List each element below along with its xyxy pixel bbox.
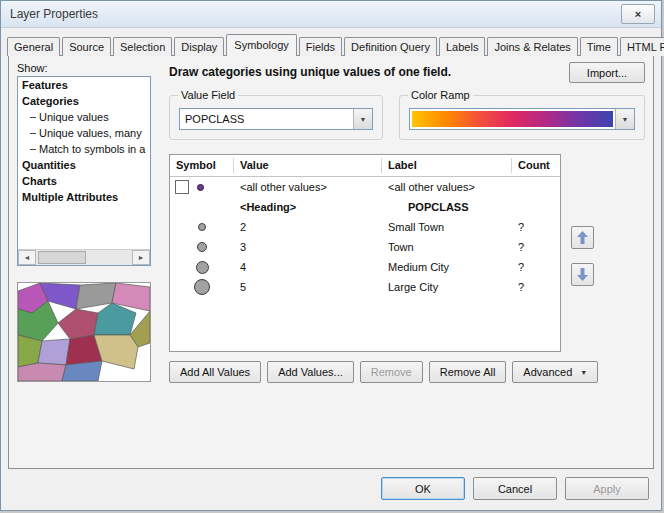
color-ramp-swatch xyxy=(412,111,613,127)
tab-source[interactable]: Source xyxy=(62,37,111,56)
show-item-match-symbols[interactable]: Match to symbols in a xyxy=(18,141,150,157)
map-preview xyxy=(17,282,151,382)
tab-time[interactable]: Time xyxy=(580,37,618,56)
tree-line xyxy=(30,149,36,150)
apply-button[interactable]: Apply xyxy=(565,477,649,500)
scrollbar-thumb[interactable] xyxy=(38,251,86,264)
tab-symbology[interactable]: Symbology xyxy=(226,34,296,56)
show-label: Show: xyxy=(17,62,159,74)
remove-all-button[interactable]: Remove All xyxy=(429,361,507,383)
scrollbar-track[interactable] xyxy=(36,250,132,265)
show-item-categories[interactable]: Categories xyxy=(18,93,150,109)
color-ramp-group: Color Ramp ▼ xyxy=(399,95,645,140)
arrow-up-icon xyxy=(577,231,588,244)
chevron-down-icon: ▼ xyxy=(580,369,587,376)
symbology-tab-page: Show: Features Categories Unique values … xyxy=(8,55,654,469)
header-count[interactable]: Count xyxy=(512,158,560,173)
close-icon: × xyxy=(635,9,641,20)
show-panel: Show: Features Categories Unique values … xyxy=(17,62,159,460)
value-field-label: Value Field xyxy=(178,89,238,101)
show-item-features[interactable]: Features xyxy=(18,77,150,93)
chevron-down-icon[interactable]: ▼ xyxy=(615,109,634,129)
table-row[interactable]: <all other values> <all other values> xyxy=(170,177,560,197)
show-item-quantities[interactable]: Quantities xyxy=(18,157,150,173)
tree-line xyxy=(30,117,36,118)
window-title: Layer Properties xyxy=(10,7,621,21)
show-item-unique-values[interactable]: Unique values xyxy=(18,109,150,125)
value-field-selected: POPCLASS xyxy=(180,109,353,129)
table-row[interactable]: 3 Town ? xyxy=(170,237,560,257)
symbol-dot-icon[interactable] xyxy=(198,223,206,231)
remove-button[interactable]: Remove xyxy=(360,361,423,383)
symbol-dot-icon[interactable] xyxy=(197,242,207,252)
show-item-charts[interactable]: Charts xyxy=(18,173,150,189)
scroll-left-icon[interactable]: ◄ xyxy=(18,250,36,265)
color-ramp-label: Color Ramp xyxy=(408,89,473,101)
table-row[interactable]: 4 Medium City ? xyxy=(170,257,560,277)
move-up-button[interactable] xyxy=(571,226,594,249)
method-description: Draw categories using unique values of o… xyxy=(169,62,569,79)
reorder-controls xyxy=(571,226,594,286)
map-preview-image xyxy=(18,283,150,381)
advanced-button[interactable]: Advanced ▼ xyxy=(512,361,598,383)
symbol-dot-icon[interactable] xyxy=(197,184,204,191)
tab-joins-relates[interactable]: Joins & Relates xyxy=(487,37,577,56)
close-button[interactable]: × xyxy=(621,4,655,24)
table-row[interactable]: 5 Large City ? xyxy=(170,277,560,297)
header-symbol[interactable]: Symbol xyxy=(170,158,234,173)
symbol-dot-icon[interactable] xyxy=(196,261,209,274)
value-actions: Add All Values Add Values... Remove Remo… xyxy=(169,361,645,383)
add-values-button[interactable]: Add Values... xyxy=(267,361,354,383)
show-item-unique-values-many[interactable]: Unique values, many xyxy=(18,125,150,141)
table-row-heading[interactable]: <Heading> POPCLASS xyxy=(170,197,560,217)
scroll-right-icon[interactable]: ► xyxy=(132,250,150,265)
title-bar[interactable]: Layer Properties × xyxy=(1,1,661,28)
tab-display[interactable]: Display xyxy=(174,37,224,56)
arrow-down-icon xyxy=(577,268,588,281)
tree-line xyxy=(30,133,36,134)
horizontal-scrollbar[interactable]: ◄ ► xyxy=(18,249,150,265)
symbology-settings: Draw categories using unique values of o… xyxy=(159,62,645,460)
header-label[interactable]: Label xyxy=(382,158,512,173)
move-down-button[interactable] xyxy=(571,263,594,286)
color-ramp-dropdown[interactable]: ▼ xyxy=(409,108,635,130)
tab-general[interactable]: General xyxy=(7,37,60,56)
show-listbox: Features Categories Unique values Unique… xyxy=(17,76,151,266)
cancel-button[interactable]: Cancel xyxy=(473,477,557,500)
tab-html-popup[interactable]: HTML Popup xyxy=(620,37,664,56)
table-row[interactable]: 2 Small Town ? xyxy=(170,217,560,237)
ok-button[interactable]: OK xyxy=(381,477,465,500)
tab-definition-query[interactable]: Definition Query xyxy=(344,37,437,56)
symbol-dot-icon[interactable] xyxy=(194,279,210,295)
tab-fields[interactable]: Fields xyxy=(299,37,342,56)
add-all-values-button[interactable]: Add All Values xyxy=(169,361,261,383)
row-visibility-checkbox[interactable] xyxy=(175,180,189,194)
header-value[interactable]: Value xyxy=(234,158,382,173)
layer-properties-dialog: Layer Properties × General Source Select… xyxy=(0,0,662,511)
value-field-dropdown[interactable]: POPCLASS ▼ xyxy=(179,108,373,130)
import-button[interactable]: Import... xyxy=(569,62,645,83)
chevron-down-icon[interactable]: ▼ xyxy=(353,109,372,129)
tab-labels[interactable]: Labels xyxy=(439,37,485,56)
table-header: Symbol Value Label Count xyxy=(170,155,560,177)
value-field-group: Value Field POPCLASS ▼ xyxy=(169,95,383,140)
tab-strip: General Source Selection Display Symbolo… xyxy=(1,28,661,55)
tab-selection[interactable]: Selection xyxy=(113,37,172,56)
show-item-multiple-attributes[interactable]: Multiple Attributes xyxy=(18,189,150,205)
dialog-footer: OK Cancel Apply xyxy=(381,477,649,500)
unique-values-table: Symbol Value Label Count <all other valu… xyxy=(169,154,561,352)
